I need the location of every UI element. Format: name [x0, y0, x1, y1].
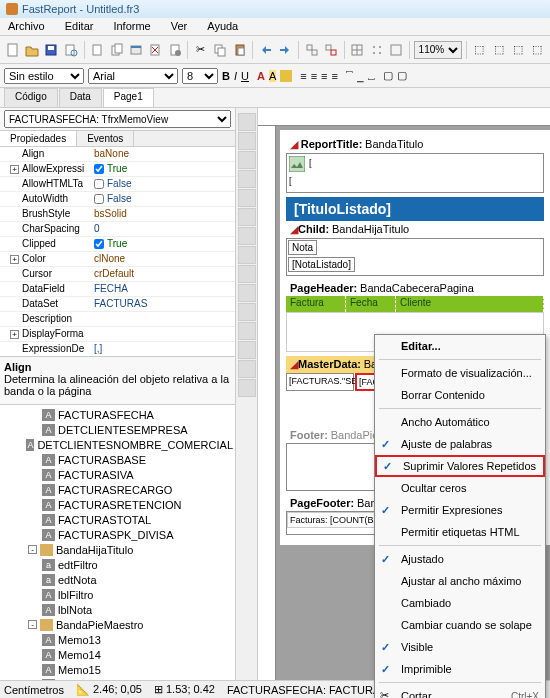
menu-ayuda[interactable]: Ayuda: [203, 18, 242, 35]
barcode-tool[interactable]: [238, 322, 256, 340]
align-center-button[interactable]: ≡: [311, 70, 317, 82]
ctx-ajustar-al-ancho-m-ximo[interactable]: Ajustar al ancho máximo: [375, 570, 545, 592]
ruler-horizontal: [258, 108, 550, 126]
nota-label[interactable]: Nota: [288, 240, 317, 255]
extra4-button[interactable]: ⬚: [529, 40, 546, 60]
ctx-suprimir-valores-repetidos[interactable]: ✓Suprimir Valores Repetidos: [375, 455, 545, 477]
md-cell-1[interactable]: [FACTURAS."SE: [286, 373, 354, 391]
band-reporttitle[interactable]: ◢ ReportTitle: BandaTitulo [ [: [286, 136, 544, 193]
zoom-tool[interactable]: [238, 151, 256, 169]
page2-button[interactable]: [108, 40, 125, 60]
menu-informe[interactable]: Informe: [109, 18, 154, 35]
font-select[interactable]: Arial: [88, 68, 178, 84]
ctx-formato-de-visualizaci-n-[interactable]: Formato de visualización...: [375, 362, 545, 384]
delete-page-button[interactable]: [147, 40, 164, 60]
format-tool[interactable]: [238, 189, 256, 207]
valign-bot-button[interactable]: ⎵: [368, 70, 375, 82]
ole-tool[interactable]: [238, 360, 256, 378]
subreport-tool[interactable]: [238, 246, 256, 264]
tab-data[interactable]: Data: [59, 88, 102, 107]
extra3-button[interactable]: ⬚: [509, 40, 526, 60]
col-factura[interactable]: Factura: [286, 296, 346, 312]
fontsize-select[interactable]: 8: [182, 68, 218, 84]
ctx-imprimible[interactable]: ✓Imprimible: [375, 658, 545, 680]
object-select[interactable]: FACTURASFECHA: TfrxMemoView: [4, 110, 231, 128]
new-button[interactable]: [4, 40, 21, 60]
cross-tool[interactable]: [238, 379, 256, 397]
property-description: Align Determina la alineación del objeto…: [0, 357, 235, 405]
ctx-ajuste-de-palabras[interactable]: ✓Ajuste de palabras: [375, 433, 545, 455]
extra1-button[interactable]: ⬚: [470, 40, 487, 60]
band-child[interactable]: ◢Child: BandaHijaTitulo Nota [NotaListad…: [286, 221, 544, 276]
ctx-ajustado[interactable]: ✓Ajustado: [375, 548, 545, 570]
open-button[interactable]: [23, 40, 40, 60]
style-select[interactable]: Sin estilo: [4, 68, 84, 84]
preview-button[interactable]: [62, 40, 79, 60]
fontcolor-button[interactable]: A: [257, 70, 265, 82]
ctx-visible[interactable]: ✓Visible: [375, 636, 545, 658]
extra2-button[interactable]: ⬚: [490, 40, 507, 60]
border1-button[interactable]: ▢: [383, 69, 393, 82]
tab-page1[interactable]: Page1: [103, 88, 154, 107]
titlebar: FastReport - Untitled.fr3: [0, 0, 550, 18]
band-tool[interactable]: [238, 208, 256, 226]
tab-codigo[interactable]: Código: [4, 88, 58, 107]
bold-button[interactable]: B: [222, 70, 230, 82]
dialog-button[interactable]: [127, 40, 144, 60]
fit-button[interactable]: [387, 40, 404, 60]
svg-point-14: [175, 50, 181, 56]
ctx-cambiado[interactable]: Cambiado: [375, 592, 545, 614]
nota-listado[interactable]: [NotaListado]: [288, 257, 355, 272]
zoom-select[interactable]: 110%: [414, 41, 462, 59]
align-justify-button[interactable]: ≡: [332, 70, 338, 82]
col-fecha[interactable]: Fecha: [346, 296, 396, 312]
line-tool[interactable]: [238, 265, 256, 283]
fillcolor-button[interactable]: [280, 70, 292, 82]
ungroup-button[interactable]: [322, 40, 339, 60]
image-tool[interactable]: [238, 227, 256, 245]
ctx-ocultar-ceros[interactable]: Ocultar ceros: [375, 477, 545, 499]
report-tree[interactable]: AFACTURASFECHAADETCLIENTESEMPRESAADETCLI…: [0, 405, 235, 682]
valign-top-button[interactable]: ⎴: [346, 70, 353, 82]
ctx-permitir-etiquetas-html[interactable]: Permitir etiquetas HTML: [375, 521, 545, 543]
rich-tool[interactable]: [238, 341, 256, 359]
ctx-editar-[interactable]: Editar...: [375, 335, 545, 357]
tab-eventos[interactable]: Eventos: [77, 131, 134, 146]
menu-archivo[interactable]: Archivo: [4, 18, 49, 35]
image-placeholder-icon[interactable]: [289, 156, 305, 172]
shape-tool[interactable]: [238, 284, 256, 302]
ctx-cortar[interactable]: ✂CortarCtrl+X: [375, 685, 545, 698]
align-right-button[interactable]: ≡: [321, 70, 327, 82]
property-grid[interactable]: AlignbaNoneAllowExpressi+TrueAllowHTMLTa…: [0, 147, 235, 357]
undo-button[interactable]: [257, 40, 274, 60]
titulo-listado[interactable]: [TituloListado]: [286, 197, 544, 221]
underline-button[interactable]: U: [241, 70, 249, 82]
chart-tool[interactable]: [238, 303, 256, 321]
ctx-permitir-expresiones[interactable]: ✓Permitir Expresiones: [375, 499, 545, 521]
group-button[interactable]: [303, 40, 320, 60]
border2-button[interactable]: ▢: [397, 69, 407, 82]
tab-propiedades[interactable]: Propiedades: [0, 131, 77, 146]
page-button[interactable]: [88, 40, 105, 60]
col-cliente[interactable]: Cliente: [396, 296, 544, 312]
paste-button[interactable]: [231, 40, 248, 60]
ctx-borrar-contenido[interactable]: Borrar Contenido: [375, 384, 545, 406]
valign-mid-button[interactable]: ⎯: [357, 70, 364, 82]
save-button[interactable]: [43, 40, 60, 60]
text-tool[interactable]: [238, 170, 256, 188]
redo-button[interactable]: [277, 40, 294, 60]
page-settings-button[interactable]: [166, 40, 183, 60]
highlight-button[interactable]: A: [269, 70, 276, 82]
italic-button[interactable]: I: [234, 70, 237, 82]
grid-button[interactable]: [349, 40, 366, 60]
snap-button[interactable]: [368, 40, 385, 60]
cut-button[interactable]: ✂: [192, 40, 209, 60]
ctx-cambiar-cuando-se-solape[interactable]: Cambiar cuando se solape: [375, 614, 545, 636]
menu-editar[interactable]: Editar: [61, 18, 98, 35]
ctx-ancho-autom-tico[interactable]: Ancho Automático: [375, 411, 545, 433]
pointer-tool[interactable]: [238, 113, 256, 131]
align-left-button[interactable]: ≡: [300, 70, 306, 82]
menu-ver[interactable]: Ver: [167, 18, 192, 35]
hand-tool[interactable]: [238, 132, 256, 150]
copy-button[interactable]: [212, 40, 229, 60]
